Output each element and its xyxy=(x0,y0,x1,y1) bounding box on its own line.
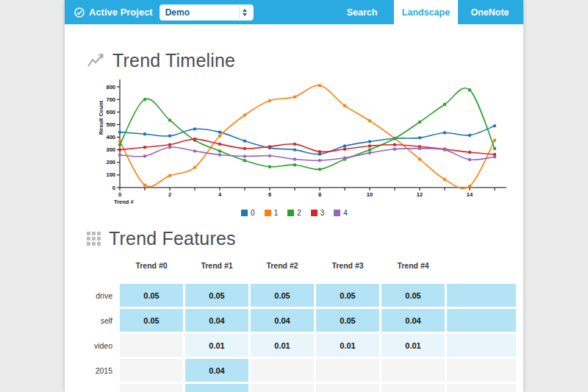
select-spinner-icon xyxy=(239,6,251,19)
legend-item-1[interactable]: 1 xyxy=(265,209,279,217)
svg-text:10: 10 xyxy=(367,191,373,198)
svg-text:0: 0 xyxy=(118,191,121,198)
feature-cell-self-1[interactable]: 0.04 xyxy=(185,309,248,332)
feature-cell-video-3[interactable]: 0.01 xyxy=(316,334,379,357)
svg-text:700: 700 xyxy=(106,96,115,103)
feature-cell-self-0[interactable]: 0.05 xyxy=(120,309,183,332)
tab-landscape[interactable]: Landscape xyxy=(394,0,458,24)
series-line-4 xyxy=(120,147,495,160)
row-label-self: self xyxy=(71,309,118,332)
svg-text:100: 100 xyxy=(106,171,115,178)
column-header-5 xyxy=(447,259,516,272)
row-label-2015: 2015 xyxy=(71,359,118,382)
chart-legend: 01234 xyxy=(94,209,495,217)
tab-search[interactable]: Search xyxy=(330,0,394,24)
legend-item-0[interactable]: 0 xyxy=(241,209,255,217)
feature-cell-video-0[interactable] xyxy=(120,334,183,357)
feature-cell-video-5[interactable] xyxy=(447,334,516,357)
series-line-1 xyxy=(120,85,495,188)
feature-cell-drive-3[interactable]: 0.05 xyxy=(316,284,379,307)
feature-cell-2015-3[interactable] xyxy=(316,359,379,382)
column-header-4: Trend #4 xyxy=(381,259,445,272)
svg-text:300: 300 xyxy=(106,146,115,153)
column-header-1: Trend #1 xyxy=(185,259,248,272)
feature-cell-self-2[interactable]: 0.04 xyxy=(251,309,314,332)
svg-text:400: 400 xyxy=(106,134,115,140)
svg-text:Trend #: Trend # xyxy=(114,199,135,205)
legend-label: 3 xyxy=(320,209,325,217)
svg-text:200: 200 xyxy=(106,159,115,165)
project-select[interactable]: Demo xyxy=(159,4,254,21)
feature-cell-2015-1[interactable]: 0.04 xyxy=(185,359,248,382)
column-header-0: Trend #0 xyxy=(120,259,183,272)
tab-onenote[interactable]: OneNote xyxy=(458,0,522,24)
legend-swatch xyxy=(311,210,318,216)
feature-cell-2014-3[interactable] xyxy=(316,384,379,392)
legend-item-4[interactable]: 4 xyxy=(334,209,348,217)
feature-cell-self-5[interactable] xyxy=(447,309,516,332)
table-corner xyxy=(71,259,118,272)
legend-item-2[interactable]: 2 xyxy=(287,209,301,217)
legend-label: 1 xyxy=(274,209,279,217)
line-chart-icon xyxy=(87,53,104,69)
svg-text:14: 14 xyxy=(467,191,473,198)
feature-cell-2014-4[interactable] xyxy=(381,384,445,392)
trend-features-table: Trend #0Trend #1Trend #2Trend #3Trend #4… xyxy=(71,259,516,392)
column-header-3: Trend #3 xyxy=(316,259,379,272)
series-line-0 xyxy=(120,126,495,154)
row-label-2014: 2014 xyxy=(71,384,118,392)
feature-cell-2014-2[interactable] xyxy=(251,384,314,392)
legend-label: 0 xyxy=(251,209,255,217)
feature-cell-video-2[interactable]: 0.01 xyxy=(251,334,314,357)
svg-text:0: 0 xyxy=(112,185,115,191)
legend-swatch xyxy=(241,210,248,216)
svg-text:4: 4 xyxy=(218,191,222,198)
trend-timeline-chart: 010020030040050060070080002468101214Resu… xyxy=(94,74,535,206)
top-bar: Active Project Demo SearchLandscapeOneNo… xyxy=(65,0,523,24)
feature-cell-2015-4[interactable] xyxy=(381,359,445,382)
svg-text:600: 600 xyxy=(106,109,115,115)
feature-cell-2014-0[interactable] xyxy=(120,384,183,392)
active-project-label: Active Project xyxy=(89,7,153,18)
legend-label: 4 xyxy=(343,209,348,217)
feature-cell-self-3[interactable]: 0.05 xyxy=(316,309,379,332)
nav-tabs: SearchLandscapeOneNote xyxy=(330,0,522,24)
project-select-value: Demo xyxy=(165,7,190,18)
legend-swatch xyxy=(287,210,294,216)
feature-cell-video-4[interactable]: 0.01 xyxy=(381,334,445,357)
feature-cell-2015-2[interactable] xyxy=(251,359,314,382)
feature-cell-self-4[interactable]: 0.04 xyxy=(381,309,445,332)
grid-icon xyxy=(87,232,101,246)
active-project-group: Active Project xyxy=(74,7,153,18)
svg-text:800: 800 xyxy=(106,84,115,90)
section-trend-timeline: Trend Timeline xyxy=(87,50,235,71)
section-title: Trend Features xyxy=(109,228,236,249)
svg-text:12: 12 xyxy=(417,191,423,198)
feature-cell-drive-5[interactable] xyxy=(447,284,516,307)
section-title: Trend Timeline xyxy=(112,50,235,71)
svg-text:500: 500 xyxy=(106,121,115,128)
row-label-video: video xyxy=(71,334,118,357)
app-window: Active Project Demo SearchLandscapeOneNo… xyxy=(65,0,523,392)
svg-text:Result Count: Result Count xyxy=(98,100,104,135)
feature-cell-2015-0[interactable] xyxy=(120,359,183,382)
legend-swatch xyxy=(334,210,340,216)
svg-text:6: 6 xyxy=(268,191,271,198)
legend-label: 2 xyxy=(297,209,301,217)
feature-cell-video-1[interactable]: 0.01 xyxy=(185,334,248,357)
feature-cell-drive-2[interactable]: 0.05 xyxy=(251,284,314,307)
feature-cell-drive-1[interactable]: 0.05 xyxy=(185,284,248,307)
column-header-2: Trend #2 xyxy=(251,259,314,272)
feature-cell-drive-4[interactable]: 0.05 xyxy=(381,284,445,307)
check-circle-icon xyxy=(74,7,85,18)
feature-cell-2015-5[interactable] xyxy=(447,359,516,382)
feature-cell-2014-1[interactable]: 0.04 xyxy=(185,384,248,392)
legend-item-3[interactable]: 3 xyxy=(311,209,325,217)
row-label-drive: drive xyxy=(71,284,118,307)
feature-cell-drive-0[interactable]: 0.05 xyxy=(120,284,183,307)
legend-swatch xyxy=(265,210,271,216)
svg-text:8: 8 xyxy=(318,191,321,198)
feature-cell-2014-5[interactable] xyxy=(447,384,516,392)
section-trend-features: Trend Features xyxy=(87,228,236,249)
svg-text:2: 2 xyxy=(168,191,171,198)
